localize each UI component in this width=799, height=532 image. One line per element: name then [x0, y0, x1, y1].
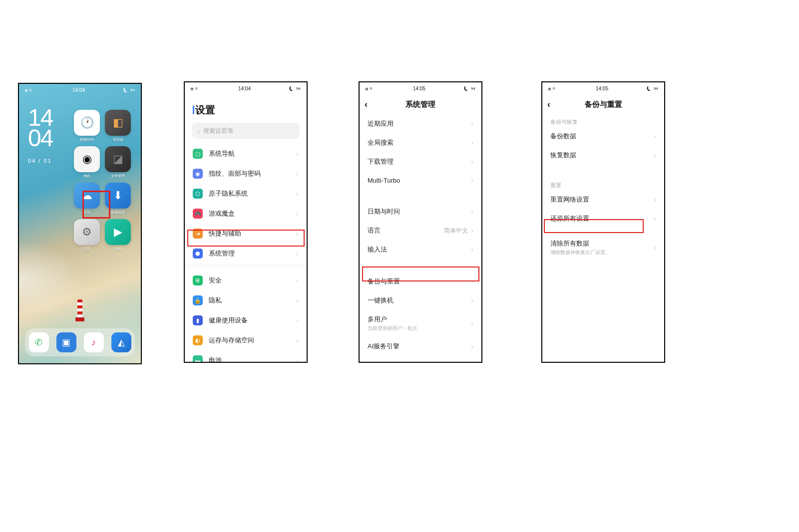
app-weather-label: 天气 — [83, 210, 90, 215]
row-system-nav[interactable]: ▢系统导航› — [185, 144, 307, 164]
row-backup-data[interactable]: 备份数据› — [542, 127, 664, 146]
app-camera[interactable]: ◉ — [74, 146, 100, 172]
battery-percent: 94 — [130, 88, 135, 92]
app-imanager[interactable]: ▶ — [105, 219, 131, 245]
app-store-label: 应用商店 — [111, 210, 125, 215]
grid-icon: ▣ — [62, 337, 70, 348]
chevron-right-icon: › — [296, 190, 299, 198]
row-privacy-system[interactable]: ⬡原子隐私系统› — [185, 184, 307, 204]
chevron-right-icon: › — [471, 319, 473, 327]
row-clear-all-data[interactable]: 清除所有数据 清除数据并恢复出厂设置。 › — [542, 234, 664, 261]
app-store[interactable]: ⬇ — [105, 183, 131, 209]
row-label: 一键换机 — [368, 296, 471, 305]
health-icon: ▮ — [193, 315, 203, 325]
app-cube[interactable]: ◧ — [105, 110, 131, 136]
row-download-mgr[interactable]: 下载管理› — [360, 152, 481, 171]
search-input[interactable]: ⌕ 搜索设置项 — [192, 123, 300, 139]
dock-browser[interactable]: ◭ — [111, 332, 131, 352]
row-recent-apps[interactable]: 近期应用› — [360, 114, 481, 133]
moon-icon: ⏾ — [464, 86, 469, 91]
chevron-right-icon: › — [471, 208, 473, 216]
row-label: 原子隐私系统 — [209, 189, 296, 198]
chevron-right-icon: › — [654, 196, 656, 204]
header-bar: ‹ 备份与重置 — [542, 94, 664, 114]
back-button[interactable]: ‹ — [547, 99, 550, 110]
row-label: 运存与存储空间 — [209, 336, 296, 345]
row-fingerprint[interactable]: ◉指纹、面部与密码› — [185, 164, 307, 184]
row-backup-reset[interactable]: 备份与重置› — [360, 272, 481, 291]
app-settings[interactable]: ⚙ — [74, 219, 100, 245]
header-bar: ‹ 系统管理 — [360, 94, 481, 114]
battery-icon: ▬ — [193, 355, 203, 363]
row-label: 恢复数据 — [550, 151, 654, 160]
row-sublabel: 当前登录的用户：机主 — [368, 325, 471, 332]
section-gap — [185, 264, 307, 270]
row-quick-assist[interactable]: ➜快捷与辅助› — [185, 224, 307, 244]
row-system-management[interactable]: ⬢系统管理› — [185, 244, 307, 264]
section-gap — [542, 165, 664, 178]
row-reset-network[interactable]: 重置网络设置› — [542, 190, 664, 209]
dock-app[interactable]: ▣ — [56, 332, 76, 352]
row-global-search[interactable]: 全局搜索› — [360, 133, 481, 152]
section-gap — [360, 259, 481, 272]
row-label: Multi-Turbo — [368, 177, 471, 184]
row-storage[interactable]: ◐运存与存储空间› — [185, 330, 307, 350]
row-ai-engine[interactable]: AI服务引擎› — [360, 337, 481, 356]
statusbar-time: 14:05 — [596, 86, 608, 91]
app-files[interactable]: ◪ — [105, 146, 131, 172]
dock-music[interactable]: ♪ — [84, 332, 104, 352]
row-reset-all-settings[interactable]: 还原所有设置› — [542, 209, 664, 228]
row-language[interactable]: 语言简体中文› — [360, 221, 481, 240]
chevron-right-icon: › — [296, 210, 299, 218]
row-label: 多用户 — [368, 315, 471, 324]
chevron-right-icon: › — [471, 158, 473, 166]
phone-settings: ▣ ᯤ 14:04 ⏾ 94 设置 ⌕ 搜索设置项 ▢系统导航› ◉指纹、面部与… — [184, 81, 308, 363]
weather-icon: ☁ — [81, 189, 92, 202]
row-restore-data[interactable]: 恢复数据› — [542, 146, 664, 165]
wallpaper-lighthouse — [75, 299, 85, 323]
row-input-method[interactable]: 输入法› — [360, 240, 481, 259]
chevron-right-icon: › — [471, 176, 473, 184]
chevron-right-icon: › — [471, 227, 473, 235]
row-security[interactable]: ⛨安全› — [185, 270, 307, 290]
back-button[interactable]: ‹ — [365, 99, 368, 110]
status-bar: ▣ ᯤ 14:04 ⏾ 94 — [185, 82, 307, 94]
header-title: 备份与重置 — [585, 100, 622, 109]
section-reset: 重置 — [542, 178, 664, 190]
app-clock-label: 精致时钟 — [80, 137, 94, 142]
row-datetime[interactable]: 日期与时间› — [360, 202, 481, 221]
files-icon: ◪ — [113, 153, 123, 166]
row-health[interactable]: ▮健康使用设备› — [185, 310, 307, 330]
row-gamebox[interactable]: 🎮游戏魔盒› — [185, 204, 307, 224]
dock-phone[interactable]: ✆ — [29, 332, 49, 352]
app-files-label: 文件管理 — [111, 174, 125, 179]
row-label: 指纹、面部与密码 — [209, 169, 296, 178]
battery-percent: 94 — [296, 86, 301, 91]
cube-icon: ◧ — [113, 116, 123, 129]
row-label: 安全 — [209, 276, 296, 285]
row-label: 全局搜索 — [368, 138, 471, 147]
row-multi-turbo[interactable]: Multi-Turbo› — [360, 171, 481, 189]
section-backup-restore: 备份与恢复 — [542, 114, 664, 127]
row-label: 备份数据 — [550, 132, 654, 141]
fingerprint-icon: ◉ — [193, 169, 203, 179]
row-privacy[interactable]: 🔒隐私› — [185, 290, 307, 310]
row-google[interactable]: Google› — [360, 356, 481, 363]
nav-icon: ▢ — [193, 149, 203, 159]
storage-icon: ◐ — [193, 335, 203, 345]
row-phone-clone[interactable]: 一键换机› — [360, 291, 481, 310]
row-label: 备份与重置 — [368, 277, 471, 286]
row-multi-user[interactable]: 多用户 当前登录的用户：机主 › — [360, 310, 481, 337]
row-label: Google — [368, 361, 471, 363]
chevron-right-icon: › — [296, 170, 299, 178]
section-gap — [360, 189, 481, 202]
row-label: 下载管理 — [368, 157, 471, 166]
security-icon: ⛨ — [193, 275, 203, 285]
row-label: 快捷与辅助 — [209, 229, 296, 238]
app-clock[interactable]: 🕐 — [74, 110, 100, 136]
app-weather[interactable]: ☁ — [74, 183, 100, 209]
game-icon: 🎮 — [193, 209, 203, 219]
row-sublabel: 清除数据并恢复出厂设置。 — [550, 249, 654, 256]
battery-percent: 94 — [654, 86, 658, 91]
row-battery[interactable]: ▬电池› — [185, 350, 307, 363]
